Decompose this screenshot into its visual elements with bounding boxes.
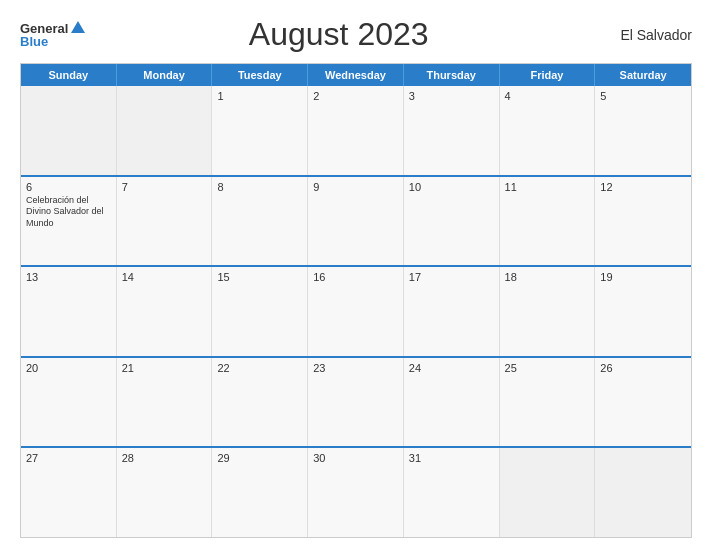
week-row: 13141516171819 <box>21 265 691 356</box>
day-cell: 3 <box>404 86 500 175</box>
day-cell: 17 <box>404 267 500 356</box>
day-cell: 13 <box>21 267 117 356</box>
header-tuesday: Tuesday <box>212 64 308 86</box>
day-cell: 14 <box>117 267 213 356</box>
day-number: 8 <box>217 181 302 193</box>
week-row: 20212223242526 <box>21 356 691 447</box>
day-cell: 24 <box>404 358 500 447</box>
day-number: 7 <box>122 181 207 193</box>
header-friday: Friday <box>500 64 596 86</box>
day-cell: 18 <box>500 267 596 356</box>
day-cell: 16 <box>308 267 404 356</box>
day-number: 12 <box>600 181 686 193</box>
week-row: 6Celebración del Divino Salvador del Mun… <box>21 175 691 266</box>
day-number: 18 <box>505 271 590 283</box>
day-number: 21 <box>122 362 207 374</box>
week-row: 12345 <box>21 86 691 175</box>
logo-blue-text: Blue <box>20 35 85 48</box>
day-cell: 31 <box>404 448 500 537</box>
day-number: 28 <box>122 452 207 464</box>
day-number: 29 <box>217 452 302 464</box>
week-row: 2728293031 <box>21 446 691 537</box>
day-cell: 26 <box>595 358 691 447</box>
weeks-container: 123456Celebración del Divino Salvador de… <box>21 86 691 537</box>
day-cell <box>117 86 213 175</box>
logo-triangle-icon <box>71 21 85 33</box>
day-number: 24 <box>409 362 494 374</box>
day-number: 10 <box>409 181 494 193</box>
day-number: 26 <box>600 362 686 374</box>
day-cell: 25 <box>500 358 596 447</box>
day-cell: 12 <box>595 177 691 266</box>
page-header: General Blue August 2023 El Salvador <box>20 16 692 53</box>
day-number: 22 <box>217 362 302 374</box>
day-cell <box>595 448 691 537</box>
day-cell: 5 <box>595 86 691 175</box>
day-number: 14 <box>122 271 207 283</box>
day-number: 20 <box>26 362 111 374</box>
day-cell: 7 <box>117 177 213 266</box>
header-sunday: Sunday <box>21 64 117 86</box>
day-cell: 4 <box>500 86 596 175</box>
day-cell: 2 <box>308 86 404 175</box>
day-number: 19 <box>600 271 686 283</box>
day-cell <box>500 448 596 537</box>
day-number: 5 <box>600 90 686 102</box>
country-label: El Salvador <box>592 27 692 43</box>
header-saturday: Saturday <box>595 64 691 86</box>
day-cell: 1 <box>212 86 308 175</box>
day-cell: 10 <box>404 177 500 266</box>
header-wednesday: Wednesday <box>308 64 404 86</box>
logo-wrapper: General Blue <box>20 21 85 48</box>
day-cell: 27 <box>21 448 117 537</box>
day-cell: 23 <box>308 358 404 447</box>
day-number: 9 <box>313 181 398 193</box>
day-number: 25 <box>505 362 590 374</box>
day-number: 15 <box>217 271 302 283</box>
page-title: August 2023 <box>85 16 592 53</box>
day-number: 17 <box>409 271 494 283</box>
day-cell: 28 <box>117 448 213 537</box>
day-number: 13 <box>26 271 111 283</box>
day-number: 11 <box>505 181 590 193</box>
day-cell: 29 <box>212 448 308 537</box>
calendar: Sunday Monday Tuesday Wednesday Thursday… <box>20 63 692 538</box>
day-number: 23 <box>313 362 398 374</box>
day-number: 2 <box>313 90 398 102</box>
day-cell: 30 <box>308 448 404 537</box>
day-cell: 6Celebración del Divino Salvador del Mun… <box>21 177 117 266</box>
day-cell: 22 <box>212 358 308 447</box>
day-cell: 11 <box>500 177 596 266</box>
day-number: 4 <box>505 90 590 102</box>
day-cell: 8 <box>212 177 308 266</box>
day-cell: 9 <box>308 177 404 266</box>
logo: General Blue <box>20 21 85 48</box>
day-cell: 20 <box>21 358 117 447</box>
day-number: 16 <box>313 271 398 283</box>
header-monday: Monday <box>117 64 213 86</box>
day-cell: 15 <box>212 267 308 356</box>
calendar-page: General Blue August 2023 El Salvador Sun… <box>0 0 712 550</box>
day-number: 31 <box>409 452 494 464</box>
event-label: Celebración del Divino Salvador del Mund… <box>26 195 111 230</box>
day-cell: 21 <box>117 358 213 447</box>
day-cell: 19 <box>595 267 691 356</box>
logo-top: General <box>20 21 85 35</box>
day-cell <box>21 86 117 175</box>
day-number: 30 <box>313 452 398 464</box>
day-number: 1 <box>217 90 302 102</box>
days-header: Sunday Monday Tuesday Wednesday Thursday… <box>21 64 691 86</box>
day-number: 3 <box>409 90 494 102</box>
header-thursday: Thursday <box>404 64 500 86</box>
day-number: 27 <box>26 452 111 464</box>
day-number: 6 <box>26 181 111 193</box>
